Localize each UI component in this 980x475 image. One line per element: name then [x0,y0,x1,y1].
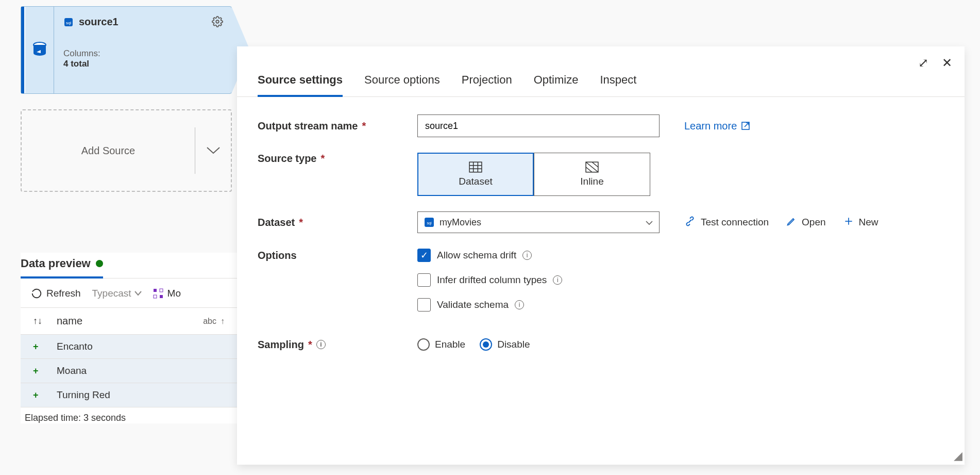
dataset-select[interactable]: sql myMovies [417,211,660,233]
source-type-label: Source type [258,153,316,165]
sort-icon[interactable]: ↑↓ [33,316,42,326]
allow-schema-drift-label: Allow schema drift [437,250,516,261]
dataset-icon [469,161,482,173]
info-icon[interactable]: i [316,340,326,349]
source-type-dataset[interactable]: Dataset [417,153,534,196]
table-row[interactable]: +Moana [21,359,237,383]
tab-source-options[interactable]: Source options [364,73,440,96]
add-row-icon[interactable]: + [33,366,42,376]
required-star: * [299,217,303,228]
add-row-icon[interactable]: + [33,341,42,352]
info-icon[interactable]: i [553,275,562,285]
add-source-card[interactable]: Add Source [21,109,232,192]
add-row-icon[interactable]: + [33,390,42,401]
chevron-down-icon [134,291,142,296]
chevron-down-icon [646,217,653,228]
source-settings-panel: ⤢ ✕ Source settingsSource optionsProject… [237,46,965,465]
tab-optimize[interactable]: Optimize [534,73,579,96]
info-icon[interactable]: i [522,251,532,260]
node-accent-bar [21,7,25,93]
inline-label: Inline [580,176,603,187]
table-row[interactable]: +Turning Red [21,383,237,407]
svg-text:sql: sql [427,221,432,225]
svg-text:sql: sql [66,21,71,25]
node-title: source1 [79,16,119,28]
external-link-icon [741,121,750,130]
table-header: ↑↓ name abc ↑ [21,307,237,335]
dataset-label-text: Dataset [258,217,295,228]
required-star: * [308,339,312,351]
open-button[interactable]: Open [786,216,825,229]
learn-more-label: Learn more [684,120,737,132]
options-label: Options [258,250,297,261]
required-star: * [320,153,325,165]
test-connection-icon [684,216,696,230]
status-dot-icon [96,260,103,267]
sampling-label: Sampling [258,339,304,351]
sampling-enable-label: Enable [435,339,465,350]
database-icon [31,41,48,59]
tab-source-settings[interactable]: Source settings [258,73,343,97]
validate-schema-label: Validate schema [437,299,509,310]
gear-icon[interactable] [212,16,223,30]
source-node-card[interactable]: sql source1 Columns: 4 total + [21,6,232,94]
refresh-button[interactable]: Refresh [31,288,81,299]
elapsed-time: Elapsed time: 3 seconds [21,407,237,423]
svg-point-3 [216,20,219,23]
column-name-header[interactable]: name [57,315,82,327]
resize-handle-icon[interactable]: ◢ [954,449,962,463]
open-label: Open [802,217,825,228]
close-icon[interactable]: ✕ [942,56,952,70]
expand-icon[interactable]: ⤢ [918,56,928,70]
node-type-icon-column [25,7,54,93]
test-connection-label: Test connection [701,217,769,228]
sort-up-icon[interactable]: ↑ [221,317,225,326]
sql-icon: sql [63,17,74,27]
map-columns-icon [153,288,163,299]
cell-name: Encanto [57,341,93,352]
plus-icon [843,216,854,229]
cell-name: Turning Red [57,389,110,401]
table-row[interactable]: +Encanto [21,335,237,359]
typecast-button[interactable]: Typecast [92,288,142,299]
new-button[interactable]: New [843,216,878,229]
type-label: abc [203,317,216,326]
learn-more-link[interactable]: Learn more [684,120,750,132]
columns-label: Columns: [63,48,100,58]
chevron-down-icon[interactable] [195,127,231,174]
cell-name: Moana [57,365,87,376]
allow-schema-drift-checkbox[interactable] [417,249,431,262]
source-type-inline[interactable]: Inline [534,153,650,196]
mo-label: Mo [167,288,181,299]
svg-rect-4 [154,289,157,292]
infer-drifted-checkbox[interactable] [417,273,431,287]
infer-drifted-label: Infer drifted column types [437,274,547,286]
panel-tabs: Source settingsSource optionsProjectionO… [237,46,965,97]
svg-rect-5 [160,289,163,292]
output-stream-input[interactable] [417,114,660,137]
svg-line-15 [586,162,598,172]
sampling-disable-radio[interactable]: Disable [480,338,530,351]
info-icon[interactable]: i [515,300,524,309]
columns-value: 4 total [63,59,222,69]
tab-data-preview[interactable]: Data preview [21,253,103,279]
tab-projection[interactable]: Projection [462,73,512,96]
svg-rect-9 [469,162,482,172]
refresh-label: Refresh [46,288,81,299]
modify-button[interactable]: Mo [153,288,181,299]
sampling-enable-radio[interactable]: Enable [417,338,465,351]
test-connection-button[interactable]: Test connection [684,216,769,230]
required-star: * [362,120,366,132]
add-source-label: Add Source [22,145,195,157]
refresh-icon [31,288,42,299]
preview-tab-label: Data preview [21,257,91,270]
validate-schema-checkbox[interactable] [417,298,431,312]
pencil-icon [786,216,797,229]
typecast-label: Typecast [92,288,131,299]
inline-icon [585,161,599,173]
svg-line-16 [592,162,598,167]
sampling-disable-label: Disable [497,339,530,350]
output-stream-label: Output stream name [258,120,358,132]
tab-inspect[interactable]: Inspect [600,73,636,96]
svg-line-17 [586,167,592,172]
